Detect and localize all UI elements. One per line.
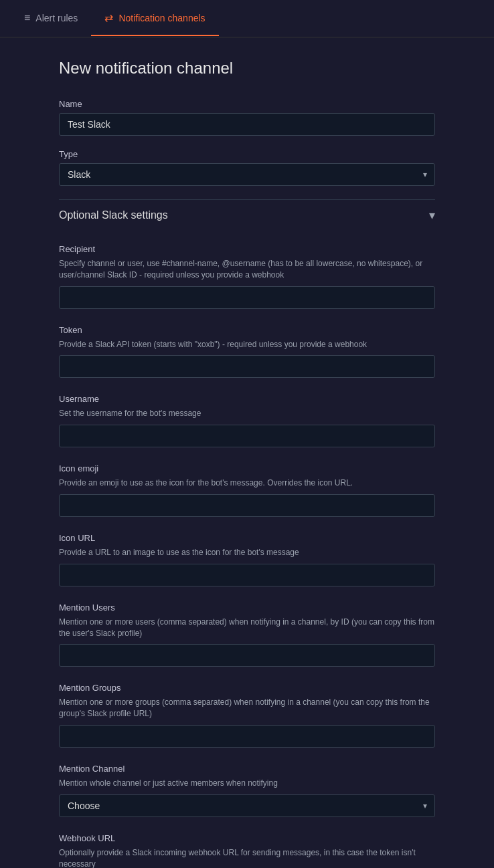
icon-url-description: Provide a URL to an image to use as the … <box>59 547 435 558</box>
recipient-field: Recipient Specify channel or user, use #… <box>59 244 435 309</box>
mention-channel-description: Mention whole channel or just active mem… <box>59 778 435 789</box>
mention-channel-label: Mention Channel <box>59 764 435 774</box>
optional-slack-settings-content: Recipient Specify channel or user, use #… <box>59 231 435 868</box>
icon-url-label: Icon URL <box>59 533 435 543</box>
username-input[interactable] <box>59 425 435 447</box>
webhook-url-description: Optionally provide a Slack incoming webh… <box>59 847 435 868</box>
mention-users-label: Mention Users <box>59 603 435 613</box>
icon-emoji-label: Icon emoji <box>59 463 435 473</box>
alert-rules-icon: ≡ <box>24 12 30 24</box>
page-title: New notification channel <box>59 59 435 78</box>
optional-slack-settings-title: Optional Slack settings <box>59 209 168 221</box>
token-description: Provide a Slack API token (starts with "… <box>59 339 435 350</box>
mention-groups-input[interactable] <box>59 725 435 748</box>
mention-groups-label: Mention Groups <box>59 683 435 693</box>
mention-users-field: Mention Users Mention one or more users … <box>59 603 435 667</box>
name-label: Name <box>59 99 435 109</box>
top-navigation: ≡ Alert rules ⇄ Notification channels <box>0 0 494 37</box>
recipient-label: Recipient <box>59 244 435 254</box>
notification-channels-icon: ⇄ <box>104 11 113 24</box>
webhook-url-label: Webhook URL <box>59 833 435 843</box>
main-content: New notification channel Name Type Slack… <box>0 37 494 868</box>
token-input[interactable] <box>59 355 435 378</box>
username-label: Username <box>59 394 435 404</box>
mention-channel-select[interactable]: Choose here channel <box>59 794 435 817</box>
optional-slack-settings-header[interactable]: Optional Slack settings ▾ <box>59 199 435 231</box>
type-field-section: Type Slack Email PagerDuty Webhook ▾ <box>59 149 435 186</box>
alert-rules-label: Alert rules <box>35 13 78 23</box>
name-input[interactable] <box>59 113 435 136</box>
notification-channels-label: Notification channels <box>118 13 205 23</box>
recipient-description: Specify channel or user, use #channel-na… <box>59 258 435 281</box>
icon-emoji-input[interactable] <box>59 494 435 517</box>
recipient-input[interactable] <box>59 286 435 309</box>
username-field: Username Set the username for the bot's … <box>59 394 435 447</box>
webhook-url-field: Webhook URL Optionally provide a Slack i… <box>59 833 435 868</box>
mention-groups-field: Mention Groups Mention one or more group… <box>59 683 435 748</box>
name-field-section: Name <box>59 99 435 136</box>
alert-rules-tab[interactable]: ≡ Alert rules <box>11 1 91 36</box>
mention-groups-description: Mention one or more groups (comma separa… <box>59 697 435 720</box>
type-select-wrapper: Slack Email PagerDuty Webhook ▾ <box>59 163 435 186</box>
mention-channel-select-wrapper: Choose here channel ▾ <box>59 794 435 817</box>
notification-channels-tab[interactable]: ⇄ Notification channels <box>91 1 218 36</box>
icon-url-input[interactable] <box>59 564 435 586</box>
mention-users-description: Mention one or more users (comma separat… <box>59 617 435 639</box>
icon-url-field: Icon URL Provide a URL to an image to us… <box>59 533 435 586</box>
mention-channel-field: Mention Channel Mention whole channel or… <box>59 764 435 817</box>
icon-emoji-field: Icon emoji Provide an emoji to use as th… <box>59 463 435 517</box>
optional-slack-settings-section: Optional Slack settings ▾ Recipient Spec… <box>59 199 435 868</box>
token-field: Token Provide a Slack API token (starts … <box>59 325 435 378</box>
type-label: Type <box>59 149 435 159</box>
username-description: Set the username for the bot's message <box>59 408 435 419</box>
collapse-icon: ▾ <box>429 208 435 223</box>
mention-users-input[interactable] <box>59 644 435 667</box>
token-label: Token <box>59 325 435 335</box>
type-select[interactable]: Slack Email PagerDuty Webhook <box>59 163 435 186</box>
icon-emoji-description: Provide an emoji to use as the icon for … <box>59 477 435 489</box>
